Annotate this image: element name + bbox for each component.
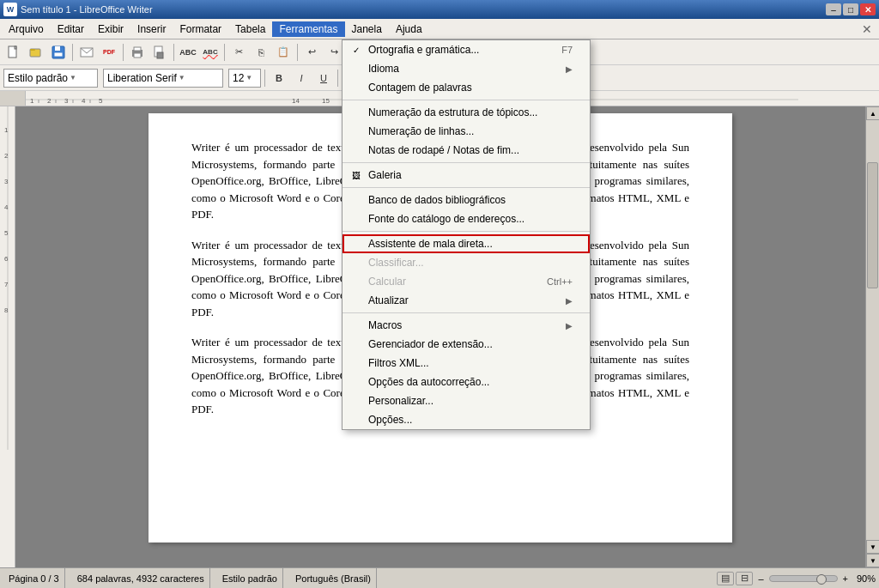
svg-text:8: 8 — [4, 306, 9, 314]
separator-4 — [224, 44, 225, 61]
menu-item-spell[interactable]: ✓ Ortografia e gramática... F7 — [343, 40, 590, 59]
status-right-area: ▤ ⊟ – + 90% — [717, 572, 876, 585]
size-dropdown-arrow: ▼ — [246, 74, 252, 82]
pdf-button[interactable]: PDF — [99, 42, 119, 63]
calc-shortcut: Ctrl++ — [547, 276, 573, 287]
svg-text:5: 5 — [4, 229, 9, 237]
menu-exibir[interactable]: Exibir — [91, 21, 130, 37]
svg-text:1: 1 — [30, 97, 34, 105]
style-dropdown-arrow: ▼ — [70, 74, 76, 82]
scroll-thumb[interactable] — [867, 162, 878, 288]
svg-rect-12 — [157, 52, 163, 58]
menu-item-gallery[interactable]: 🖼 Galeria — [343, 166, 590, 185]
menu-ajuda[interactable]: Ajuda — [389, 21, 429, 37]
menu-item-extmgr[interactable]: Gerenciador de extensão... — [343, 335, 590, 354]
separator-m3 — [343, 187, 590, 188]
separator-m4 — [343, 231, 590, 232]
font-dropdown-arrow: ▼ — [179, 74, 185, 82]
separator-2 — [123, 44, 124, 61]
menu-arquivo[interactable]: Arquivo — [2, 21, 51, 37]
menu-item-biblio[interactable]: Banco de dados bibliográficos — [343, 191, 590, 209]
view-buttons: ▤ ⊟ — [717, 572, 753, 585]
zoom-plus[interactable]: + — [841, 573, 850, 584]
menu-item-wordcount[interactable]: Contagem de palavras — [343, 78, 590, 97]
copy-button[interactable]: ⎘ — [251, 42, 271, 63]
preview-button[interactable] — [149, 42, 170, 63]
cut-button[interactable]: ✂ — [228, 42, 249, 63]
svg-rect-6 — [54, 52, 63, 57]
separator-m5 — [343, 312, 590, 313]
zoom-minus[interactable]: – — [756, 573, 765, 584]
menu-janela[interactable]: Janela — [345, 21, 389, 37]
menu-item-customize[interactable]: Personalizar... — [343, 391, 590, 410]
open-button[interactable] — [26, 42, 46, 63]
close-button[interactable]: ✕ — [860, 3, 876, 15]
menu-ferramentas[interactable]: Ferramentas — [272, 21, 344, 37]
zoom-thumb[interactable] — [816, 574, 827, 585]
update-submenu-arrow: ▶ — [566, 296, 573, 306]
new-button[interactable] — [3, 42, 24, 63]
menu-tabela[interactable]: Tabela — [228, 21, 272, 37]
email-button[interactable] — [76, 42, 97, 63]
svg-text:3: 3 — [64, 97, 69, 105]
font-dropdown[interactable]: Liberation Serif ▼ — [103, 69, 223, 88]
svg-rect-1 — [15, 46, 16, 49]
bold-button[interactable]: B — [269, 68, 289, 88]
menu-item-macros[interactable]: Macros ▶ — [343, 316, 590, 335]
minimize-button[interactable]: – — [826, 3, 841, 15]
menu-formatar[interactable]: Formatar — [173, 21, 228, 37]
font-size-value: 12 — [233, 72, 244, 84]
save-button[interactable] — [48, 42, 69, 63]
ferramentas-dropdown: ✓ Ortografia e gramática... F7 Idioma ▶ … — [342, 39, 591, 430]
menu-item-update[interactable]: Atualizar ▶ — [343, 291, 590, 310]
svg-text:7: 7 — [4, 281, 9, 288]
scroll-down-button-2[interactable]: ▼ — [866, 554, 879, 567]
svg-text:4: 4 — [82, 97, 86, 105]
menu-item-toc[interactable]: Numeração da estrutura de tópicos... — [343, 103, 590, 122]
separator-f1 — [264, 70, 265, 87]
font-size-dropdown[interactable]: 12 ▼ — [228, 69, 261, 88]
svg-rect-5 — [55, 46, 60, 51]
font-value: Liberation Serif — [107, 72, 177, 84]
macros-submenu-arrow: ▶ — [566, 321, 573, 330]
scroll-up-button[interactable]: ▲ — [866, 106, 879, 120]
view-normal-button[interactable]: ▤ — [717, 572, 734, 585]
menu-item-mailmerge[interactable]: Assistente de mala direta... — [343, 234, 590, 253]
maximize-button[interactable]: □ — [843, 3, 858, 15]
menu-item-footnotes[interactable]: Notas de rodapé / Notas de fim... — [343, 141, 590, 160]
statusbar: Página 0 / 3 684 palavras, 4932 caracter… — [0, 567, 879, 588]
status-style: Estilo padrão — [217, 568, 283, 588]
menubar-close[interactable]: ✕ — [857, 21, 877, 38]
menu-item-calc: Calcular Ctrl++ — [343, 272, 590, 291]
menu-item-options[interactable]: Opções... — [343, 410, 590, 429]
zoom-slider[interactable] — [769, 575, 838, 582]
spellcheck-button[interactable]: ABC — [178, 42, 198, 63]
menu-item-catalog[interactable]: Fonte do catálogo de endereços... — [343, 209, 590, 228]
menu-editar[interactable]: Editar — [51, 21, 91, 37]
menu-item-idioma[interactable]: Idioma ▶ — [343, 59, 590, 78]
svg-text:5: 5 — [99, 97, 103, 105]
underline-button[interactable]: U — [313, 68, 334, 88]
view-web-button[interactable]: ⊟ — [736, 572, 753, 585]
separator-5 — [297, 44, 298, 61]
menu-item-autocorrect[interactable]: Opções da autocorreção... — [343, 373, 590, 391]
style-dropdown[interactable]: Estilo padrão ▼ — [3, 69, 98, 88]
menu-inserir[interactable]: Inserir — [130, 21, 173, 37]
scrollbar-vertical[interactable]: ▲ ▼ ▼ — [865, 106, 879, 567]
menu-item-xmlfilters[interactable]: Filtros XML... — [343, 354, 590, 373]
spellcheck2-button[interactable]: ABC — [200, 42, 221, 63]
status-words: 684 palavras, 4932 caracteres — [72, 568, 210, 588]
paste-button[interactable]: 📋 — [273, 42, 294, 63]
vertical-ruler: 1 2 3 4 5 6 7 8 — [0, 106, 15, 567]
italic-button[interactable]: I — [291, 68, 312, 88]
window-title: Sem título 1 - LibreOffice Writer — [21, 4, 826, 15]
spell-icon: ✓ — [349, 43, 363, 57]
menubar: Arquivo Editar Exibir Inserir Formatar T… — [0, 19, 879, 39]
undo-button[interactable]: ↩ — [301, 42, 322, 63]
scroll-down-button-1[interactable]: ▼ — [866, 540, 879, 554]
status-page: Página 0 / 3 — [3, 568, 65, 588]
separator-m1 — [343, 100, 590, 100]
menu-item-linenums[interactable]: Numeração de linhas... — [343, 122, 590, 141]
svg-rect-3 — [30, 49, 35, 51]
print-button[interactable] — [127, 42, 148, 63]
